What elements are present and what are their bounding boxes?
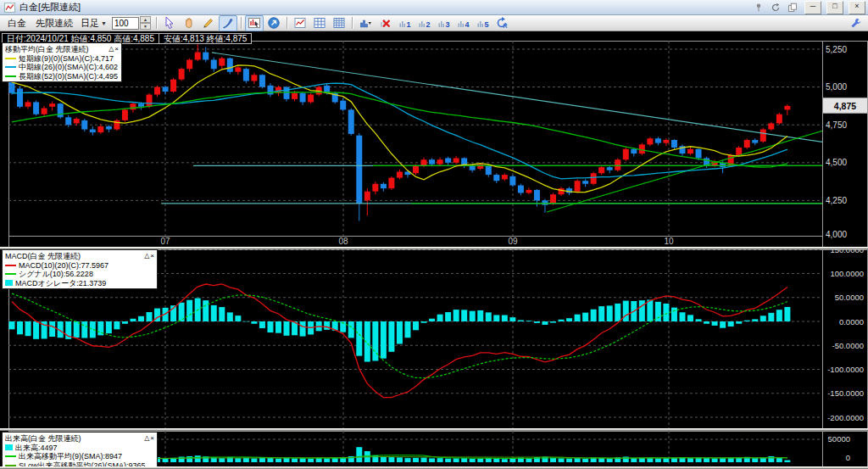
- ma-mid-label: 中期線(26)(0)(SMA)(C):4,602: [19, 63, 118, 72]
- ma-long-label: 長期線(52)(0)(SMA)(C):4,495: [19, 72, 118, 81]
- chart-preset-1-button[interactable]: 1: [395, 15, 414, 31]
- bar-count-spinner[interactable]: ▲▼: [112, 16, 151, 30]
- volume-ma9-label: 出来高移動平均(9)(SMA):8947: [19, 452, 122, 461]
- minimize-button[interactable]: ─: [804, 1, 821, 14]
- histogram-dropdown-button[interactable]: [356, 15, 375, 31]
- svg-text:R: R: [503, 23, 507, 29]
- chart-region: 5,2505,0004,7504,5004,2504,000070809104,…: [0, 31, 868, 469]
- wrench-icon[interactable]: [846, 15, 865, 31]
- refresh-icon[interactable]: [769, 1, 782, 14]
- ma-short-marker: [5, 58, 16, 59]
- navigate-circle-tool[interactable]: [264, 15, 283, 31]
- svg-text:5: 5: [484, 20, 488, 29]
- crosshair-chart-tool[interactable]: [245, 15, 264, 31]
- contract-label[interactable]: 先限連続: [31, 17, 77, 30]
- svg-text:1: 1: [406, 20, 410, 29]
- volume-ma9-marker: [5, 455, 16, 457]
- chart-preset-5-button[interactable]: 5: [473, 15, 492, 31]
- month-axis-label: 09: [508, 237, 518, 246]
- legend-collapse-icon[interactable]: △: [144, 434, 149, 442]
- ma-long-line: [12, 92, 787, 167]
- spinner-arrows[interactable]: ▲▼: [140, 16, 151, 30]
- macd-histogram: [9, 299, 791, 362]
- chart-preset-4-button[interactable]: 4: [453, 15, 472, 31]
- app-window: 白金[先限連続] ─ □ × 白金 先限連続 日足 ▼ ▲▼ 12345R: [0, 0, 868, 469]
- chart-window-button[interactable]: [291, 15, 309, 31]
- period-dropdown[interactable]: 日足 ▼: [78, 17, 109, 30]
- titlebar[interactable]: 白金[先限連続] ─ □ ×: [0, 0, 868, 15]
- panel-separator[interactable]: [0, 428, 868, 431]
- macd-osc-label: MACDオシレータ:21.3739: [15, 279, 106, 288]
- pan-hand-tool[interactable]: [180, 15, 198, 31]
- toolbar-divider: [287, 17, 287, 29]
- chevron-down-icon: ▼: [101, 20, 107, 26]
- ma-short-label: 短期線(9)(0)(SMA)(C):4,717: [19, 54, 114, 64]
- volume-marker: [5, 444, 13, 450]
- macd-line-label: MACD(10)(20)(C):77.5967: [19, 261, 108, 271]
- chart-preset-2-button[interactable]: 2: [415, 15, 433, 31]
- price-axis-label: 4,000: [826, 230, 847, 239]
- macd-axis-label: -200.0000: [827, 413, 864, 422]
- volume-legend-title: 出来高(白金 先限連続): [5, 434, 81, 444]
- svg-text:4: 4: [465, 20, 469, 29]
- maximize-button[interactable]: □: [826, 1, 843, 14]
- symbol-label[interactable]: 白金: [3, 17, 31, 30]
- window-title: 白金[先限連続]: [19, 1, 81, 14]
- bar-count-input[interactable]: [112, 17, 139, 30]
- ma-legend: 移動平均(白金 先限連続) △× 短期線(9)(0)(SMA)(C):4,717…: [2, 42, 122, 82]
- volume-axis-label: 50000: [828, 434, 850, 444]
- macd-osc-marker: [5, 280, 13, 286]
- reload-button[interactable]: R: [492, 15, 511, 31]
- svg-text:2: 2: [426, 20, 430, 29]
- current-price-label: 4,875: [834, 101, 856, 111]
- select-tool[interactable]: [160, 15, 179, 31]
- macd-axis-label: 50.0000: [835, 293, 864, 302]
- price-axis-label: 5,000: [826, 82, 847, 92]
- chart-preset-3-button[interactable]: 3: [434, 15, 453, 31]
- close-button[interactable]: ×: [849, 1, 865, 14]
- ohlc-info-right: 安値:4,813 終値:4,875: [159, 33, 252, 44]
- panel-border: [9, 237, 823, 248]
- spin-down-icon[interactable]: ▼: [140, 23, 151, 30]
- panel-separator[interactable]: [0, 247, 868, 249]
- month-axis-label: 07: [160, 237, 170, 246]
- macd-axis-label: 0.0000: [839, 317, 864, 327]
- month-axis-label: 08: [338, 237, 348, 246]
- ma-mid-marker: [5, 66, 16, 68]
- panel-border: [9, 42, 823, 237]
- chart-app-icon: [3, 1, 16, 14]
- toolbar: 白金 先限連続 日足 ▼ ▲▼ 12345R: [0, 15, 868, 31]
- legend-collapse-icon[interactable]: △: [144, 252, 149, 260]
- ma-mid-line: [12, 83, 787, 179]
- month-axis-label: 10: [664, 237, 674, 246]
- legend-collapse-icon[interactable]: △: [108, 45, 114, 53]
- spin-up-icon[interactable]: ▲: [140, 16, 151, 23]
- volume-axis-label: 0: [846, 453, 850, 462]
- macd-axis-label: -100.0000: [827, 365, 864, 374]
- remove-indicator-button[interactable]: [376, 15, 394, 31]
- toolbar-divider: [352, 17, 353, 29]
- toolbar-divider: [241, 17, 242, 29]
- price-axis-label: 4,500: [826, 158, 847, 167]
- panel-border: [823, 42, 868, 248]
- brush-tool[interactable]: [219, 15, 237, 31]
- macd-legend-title: MACD(白金 先限連続): [5, 252, 81, 261]
- price-axis-label: 5,250: [826, 45, 847, 54]
- legend-close-icon[interactable]: ×: [150, 434, 154, 442]
- signal-line-label: シグナル(10):56.2228: [19, 270, 93, 279]
- svg-text:3: 3: [445, 20, 449, 29]
- macd-axis-label: 100.0000: [830, 269, 864, 278]
- period-label: 日足: [81, 17, 99, 30]
- pin-icon[interactable]: [752, 1, 765, 14]
- price-axis-label: 4,250: [826, 196, 847, 205]
- price-axis-label: 4,750: [826, 120, 847, 130]
- volume-label: 出来高:4497: [15, 444, 58, 453]
- grid-dense-button[interactable]: [330, 15, 348, 31]
- copy-window-icon[interactable]: [786, 1, 799, 14]
- legend-close-icon[interactable]: ×: [114, 45, 119, 53]
- signal-line-marker: [5, 273, 16, 275]
- pencil-tool[interactable]: [199, 15, 218, 31]
- grid-sparse-button[interactable]: [310, 15, 329, 31]
- legend-close-icon[interactable]: ×: [150, 252, 154, 260]
- macd-axis-label: -150.0000: [827, 388, 864, 398]
